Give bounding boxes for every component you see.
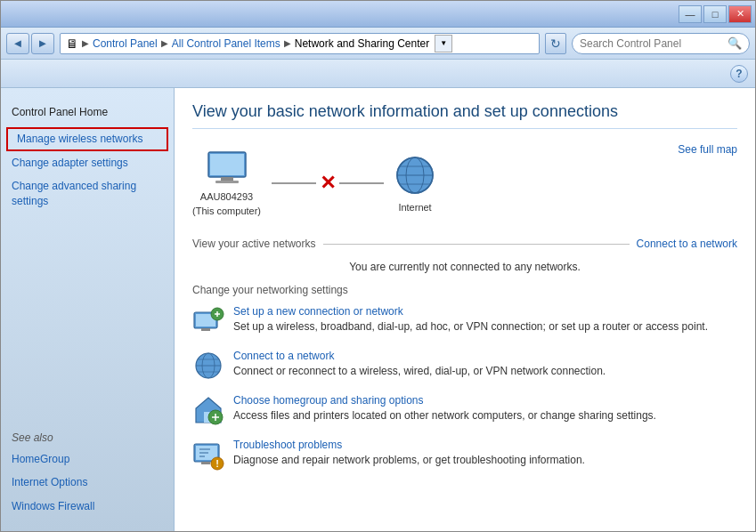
change-settings-label: Change your networking settings: [192, 284, 737, 296]
main-content: Control Panel Home Manage wireless netwo…: [1, 88, 755, 531]
title-bar: — □ ✕: [1, 1, 755, 28]
settings-text-1: Connect to a network Connect or reconnec…: [233, 350, 737, 379]
internet-label: Internet: [398, 202, 431, 213]
help-button[interactable]: ?: [730, 65, 748, 83]
troubleshoot-desc: Diagnose and repair network problems, or…: [233, 454, 585, 466]
settings-text-2: Choose homegroup and sharing options Acc…: [233, 394, 737, 423]
search-box: 🔍: [572, 33, 750, 54]
sidebar-item-internet-options[interactable]: Internet Options: [1, 471, 174, 495]
see-full-map-link[interactable]: See full map: [678, 143, 737, 156]
network-diagram: AAU804293 (This computer) ✕: [192, 143, 737, 223]
network-connection-line: ✕: [272, 172, 384, 195]
breadcrumb-arrow-1: ▶: [82, 38, 89, 48]
active-networks-label: View your active networks: [192, 238, 316, 250]
computer-sublabel: (This computer): [192, 206, 261, 216]
refresh-button[interactable]: ↻: [545, 33, 566, 54]
homegroup-icon: [192, 394, 224, 426]
main-window: — □ ✕ ◄ ► 🖥 ▶ Control Panel ▶ All Contro…: [0, 0, 756, 532]
page-title: View your basic network information and …: [192, 102, 737, 129]
nav-buttons: ◄ ►: [6, 33, 54, 54]
settings-text-3: Troubleshoot problems Diagnose and repai…: [233, 439, 737, 468]
homegroup-desc: Access files and printers located on oth…: [233, 409, 656, 422]
breadcrumb-arrow-2: ▶: [161, 38, 168, 48]
minimize-button[interactable]: —: [679, 5, 702, 23]
settings-item-2: Choose homegroup and sharing options Acc…: [192, 394, 737, 426]
sidebar-item-advanced-sharing[interactable]: Change advanced sharing settings: [1, 174, 174, 214]
breadcrumb-arrow-3: ▶: [284, 38, 291, 48]
breadcrumb-bar: 🖥 ▶ Control Panel ▶ All Control Panel It…: [60, 33, 540, 54]
toolbar: ?: [1, 60, 755, 88]
connect-network-desc: Connect or reconnect to a wireless, wire…: [233, 365, 606, 377]
line-left: [272, 182, 316, 184]
svg-rect-3: [215, 181, 239, 183]
sidebar-see-also-section: See also HomeGroup Internet Options Wind…: [1, 421, 174, 522]
new-connection-link[interactable]: Set up a new connection or network: [233, 305, 737, 318]
connect-network-link[interactable]: Connect to a network: [233, 350, 737, 362]
sidebar-item-windows-firewall[interactable]: Windows Firewall: [1, 495, 174, 519]
line-right: [339, 182, 384, 184]
breadcrumb-dropdown[interactable]: ▼: [435, 35, 452, 52]
globe-icon: [394, 155, 435, 198]
settings-item-1: Connect to a network Connect or reconnec…: [192, 350, 737, 382]
sidebar-item-home[interactable]: Control Panel Home: [1, 101, 174, 127]
settings-text-0: Set up a new connection or network Set u…: [233, 305, 737, 335]
title-bar-buttons: — □ ✕: [679, 5, 752, 23]
close-button[interactable]: ✕: [728, 5, 752, 23]
content-area: View your basic network information and …: [175, 88, 755, 531]
new-connection-desc: Set up a wireless, broadband, dial-up, a…: [233, 320, 708, 333]
homegroup-link[interactable]: Choose homegroup and sharing options: [233, 394, 737, 407]
address-bar: ◄ ► 🖥 ▶ Control Panel ▶ All Control Pane…: [1, 28, 755, 60]
search-icon[interactable]: 🔍: [728, 36, 742, 50]
internet-node: Internet: [394, 155, 435, 213]
section-divider: [323, 244, 630, 245]
breadcrumb-current: Network and Sharing Center: [295, 37, 429, 50]
computer-name-label: AAU804293: [200, 191, 253, 202]
sidebar-spacer: [1, 217, 174, 421]
breadcrumb-all-items[interactable]: All Control Panel Items: [172, 37, 280, 50]
see-also-label: See also: [1, 424, 174, 447]
sidebar-item-change-adapter[interactable]: Change adapter settings: [1, 151, 174, 175]
breadcrumb-control-panel[interactable]: Control Panel: [93, 37, 158, 50]
connect-to-network-link[interactable]: Connect to a network: [637, 238, 737, 250]
computer-icon: [205, 150, 249, 188]
maximize-button[interactable]: □: [703, 5, 727, 23]
svg-rect-12: [201, 328, 210, 331]
svg-text:!: !: [215, 458, 219, 469]
back-button[interactable]: ◄: [6, 33, 29, 54]
svg-rect-1: [210, 154, 244, 175]
forward-button[interactable]: ►: [31, 33, 54, 54]
sidebar: Control Panel Home Manage wireless netwo…: [1, 88, 175, 531]
settings-item-0: Set up a new connection or network Set u…: [192, 305, 737, 337]
troubleshoot-icon: !: [192, 439, 224, 471]
settings-item-3: ! Troubleshoot problems Diagnose and rep…: [192, 439, 737, 471]
sidebar-item-homegroup[interactable]: HomeGroup: [1, 447, 174, 472]
computer-node: AAU804293 (This computer): [192, 150, 261, 216]
svg-rect-2: [221, 177, 233, 181]
search-input[interactable]: [580, 37, 724, 50]
new-connection-icon: [192, 305, 224, 337]
svg-rect-28: [201, 462, 210, 464]
disconnected-icon: ✕: [320, 172, 336, 195]
sidebar-item-manage-wireless[interactable]: Manage wireless networks: [6, 127, 168, 151]
sidebar-main-section: Control Panel Home Manage wireless netwo…: [1, 97, 174, 217]
breadcrumb-icon: 🖥: [66, 36, 78, 51]
no-network-message: You are currently not connected to any n…: [192, 254, 737, 284]
active-networks-section: View your active networks Connect to a n…: [192, 238, 737, 250]
connect-network-icon: [192, 350, 224, 382]
troubleshoot-link[interactable]: Troubleshoot problems: [233, 439, 737, 451]
